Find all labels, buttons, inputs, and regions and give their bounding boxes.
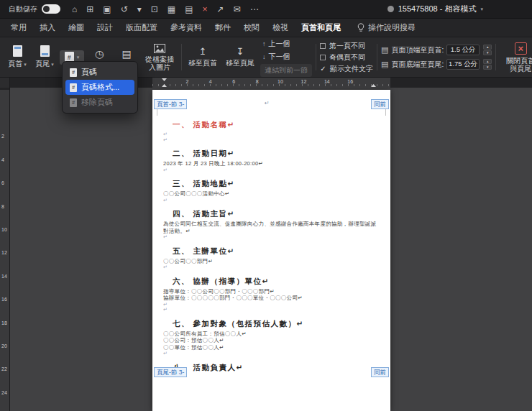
checkbox-row[interactable]: ✓顯示文件文字 (320, 64, 373, 74)
ribbon-group-navigation: ↥ 移至頁首 ↧ 移至頁尾 ↑ 上一個 ↓ 下一個 連結到前一節 (183, 40, 314, 75)
goto-header-icon: ↥ (199, 47, 207, 56)
spreadsheet-icon[interactable]: ▤ (185, 5, 193, 14)
previous-button[interactable]: ↑ 上一個 (260, 38, 312, 50)
close-file-icon[interactable]: × (203, 5, 208, 14)
checkbox-row[interactable]: 奇偶頁不同 (320, 52, 373, 63)
group-separator (316, 44, 316, 70)
checkbox-row[interactable]: 第一頁不同 (320, 41, 373, 51)
doc-line: 〇〇公司所有員工：預估〇〇人↵ (163, 331, 380, 338)
ribbon-tab[interactable]: 常用 (4, 19, 33, 37)
ruler-number: 8 (1, 204, 4, 209)
undo-menu-chevron-icon[interactable]: ▾ (137, 5, 142, 14)
table-icon[interactable]: ▦ (168, 5, 175, 14)
document-title-group[interactable]: 155475808 - 相容模式 ▾ (387, 4, 483, 14)
autosave-label: 自動儲存 (9, 4, 37, 14)
goto-footer-icon: ↧ (237, 47, 244, 56)
doc-line: 五、 主辦單位↵ (173, 246, 380, 256)
ribbon-tab[interactable]: 檢視 (266, 19, 295, 37)
checkbox-label: 第一頁不同 (329, 41, 365, 51)
ruler-number: 24 (1, 390, 7, 395)
ribbon-tab[interactable]: 郵件 (208, 19, 237, 37)
footer-button[interactable]: 頁尾 ▾ (32, 44, 57, 70)
ruler-number: 6 (232, 79, 235, 84)
print-icon[interactable]: ⊡ (151, 5, 158, 14)
down-arrow-icon: ↓ (262, 53, 266, 60)
margin-label: 頁面頂端至頁首: (391, 45, 444, 55)
ruler-number: 10 (278, 79, 283, 84)
chevron-down-icon: ▾ (51, 62, 54, 67)
undo-icon[interactable]: ↺ (121, 5, 128, 14)
margin-row: ▤頁面頂端至頁首:1.5 公分▴▾ (381, 45, 492, 55)
next-button[interactable]: ↓ 下一個 (260, 51, 312, 63)
menu-item: #移除頁碼 (65, 95, 134, 110)
ribbon-tab[interactable]: 繪圖 (62, 19, 91, 37)
tab-stop-selector[interactable] (0, 78, 10, 88)
ribbon-tab-list: 常用插入繪圖設計版面配置參考資料郵件校閱檢視頁首和頁尾 (4, 19, 347, 37)
goto-footer-label: 移至頁尾 (226, 58, 254, 68)
ruler-number: 8 (256, 79, 259, 84)
stepper-down-button[interactable]: ▾ (483, 50, 492, 55)
stepper: ▴▾ (483, 45, 492, 55)
ribbon-tab[interactable]: 參考資料 (164, 19, 208, 37)
close-header-footer-button[interactable]: × 關閉頁首與頁尾 (500, 41, 532, 74)
goto-header-button[interactable]: ↥ 移至頁首 (185, 45, 220, 70)
share-icon[interactable]: ↗ (217, 5, 224, 14)
ribbon-tab[interactable]: 校閱 (237, 19, 266, 37)
goto-footer-button[interactable]: ↧ 移至頁尾 (223, 45, 257, 70)
margin-value-input[interactable]: 1.75 公分 (446, 59, 480, 70)
link-to-previous-button[interactable]: 連結到前一節 (260, 64, 312, 77)
doc-line: ↵ (163, 131, 380, 137)
menu-item-label: 頁碼 (81, 67, 97, 78)
up-arrow-icon: ↑ (262, 40, 266, 47)
stepper-down-button[interactable]: ▾ (483, 65, 492, 70)
footer-label: 頁尾 (35, 59, 50, 69)
ribbon-tab[interactable]: 插入 (33, 19, 62, 37)
stepper-up-button[interactable]: ▴ (483, 45, 492, 50)
tell-me-label: 操作說明搜尋 (368, 22, 416, 33)
more-icon[interactable]: ⋯ (250, 5, 259, 14)
stepper-up-button[interactable]: ▴ (483, 59, 492, 64)
margin-value-input[interactable]: 1.5 公分 (446, 45, 480, 55)
document-status-icon (387, 6, 394, 12)
doc-line: 八、 活動負責人↵ (173, 363, 380, 372)
ruler-number: 16 (1, 297, 7, 302)
ruler-number: 6 (1, 180, 4, 185)
menu-item[interactable]: #頁碼 (65, 65, 134, 80)
header-section-tag: 頁首-節 3- (154, 99, 187, 109)
header-label: 頁首 (8, 59, 22, 69)
ribbon-tab[interactable]: 版面配置 (119, 19, 164, 37)
menu-item[interactable]: #頁碼格式... (65, 80, 134, 95)
v-ruler[interactable]: 24681012141618202224 (0, 88, 10, 411)
insert-picture-label: 從檔案插入圖片 (145, 55, 175, 71)
doc-line: 〇〇公司〇〇〇活動中心↵ (163, 190, 380, 198)
ribbon-tab[interactable]: 設計 (91, 19, 119, 37)
mail-icon[interactable]: ✉ (234, 5, 241, 14)
chevron-down-icon: ▾ (480, 6, 483, 11)
apps-grid-icon[interactable]: ⊞ (86, 5, 93, 14)
doc-line: ↵ (163, 137, 380, 143)
document-page[interactable]: 頁首-節 3- 同前 ↵ 一、 活動名稱↵↵↵二、 活動日期↵2023 年 12… (152, 90, 390, 411)
goto-header-label: 移至頁首 (188, 58, 217, 68)
doc-line: ↵ (163, 198, 380, 203)
page-number-icon: # (70, 83, 77, 92)
checkbox-icon (320, 55, 326, 60)
doc-line: ↵ (163, 264, 380, 270)
home-icon[interactable]: ⌂ (72, 5, 77, 14)
insert-picture-button[interactable]: 從檔案插入圖片 (142, 42, 178, 73)
ribbon-tab[interactable]: 頁首和頁尾 (295, 19, 347, 37)
same-as-previous-tag: 同前 (371, 367, 389, 377)
menu-item-label: 移除頁碼 (81, 97, 113, 108)
margin-row: ▤頁面底端至頁尾:1.75 公分▴▾ (381, 59, 492, 70)
header-button[interactable]: 頁首 ▾ (5, 44, 29, 70)
doc-line: ↵ (163, 307, 380, 313)
document-info-icon: ▤ (121, 49, 131, 59)
menu-item-label: 頁碼格式... (81, 82, 119, 93)
checkbox-icon (320, 43, 326, 49)
save-icon[interactable]: ▣ (103, 5, 111, 14)
document-canvas: 24681012141618202224 頁首-節 3- 同前 ↵ 一、 活動名… (0, 88, 532, 411)
autosave-toggle[interactable] (42, 4, 60, 14)
ruler-number: 14 (324, 79, 330, 84)
tell-me-search[interactable]: 操作說明搜尋 (357, 22, 416, 33)
page-number-icon: # (70, 68, 77, 77)
ribbon-tab-bar: 常用插入繪圖設計版面配置參考資料郵件校閱檢視頁首和頁尾 操作說明搜尋 (0, 19, 532, 37)
